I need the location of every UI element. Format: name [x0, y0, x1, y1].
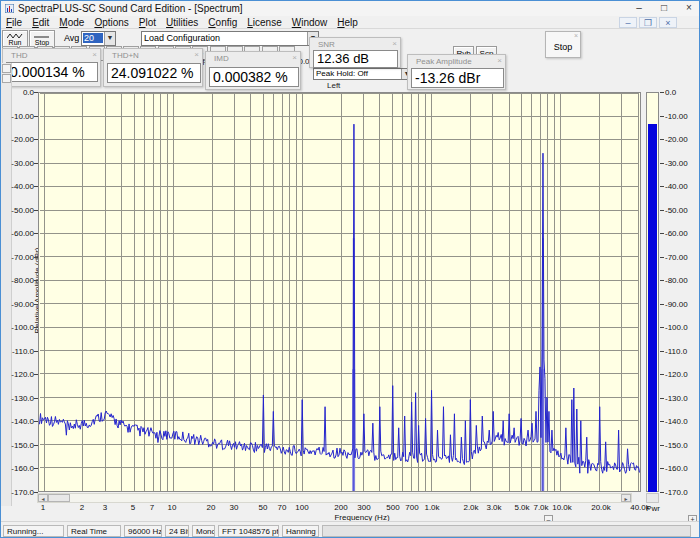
- close-icon[interactable]: ×: [574, 32, 578, 39]
- meter-tick-mark: [660, 445, 664, 446]
- mdi-restore-icon[interactable]: ❐: [639, 17, 657, 28]
- x-tick-label: 20.0k: [584, 503, 618, 512]
- y-tick-label: -100.0: [11, 323, 34, 332]
- chevron-down-icon[interactable]: ▼: [104, 32, 115, 45]
- meter-tick-mark: [660, 327, 664, 328]
- y-tick-mark: [34, 163, 38, 164]
- meter-tick-mark: [660, 280, 664, 281]
- close-icon[interactable]: ×: [194, 50, 199, 59]
- meter-tick-label: -60.00: [665, 229, 688, 238]
- menu-item-utilities[interactable]: Utilities: [161, 16, 203, 29]
- meter-tick-mark: [660, 139, 664, 140]
- thdn-panel: THD+N × 24.091022 %: [103, 48, 203, 87]
- meter-tick-label: 0.0: [665, 88, 676, 97]
- close-icon[interactable]: ×: [392, 39, 397, 48]
- input-level-bar: [322, 525, 691, 537]
- floating-stop-toolbar: × Stop: [545, 31, 581, 58]
- peak-hold-combo[interactable]: Peak Hold: Off ▼: [313, 68, 413, 80]
- thdn-value: 24.091022 %: [107, 63, 201, 83]
- y-tick-mark: [34, 233, 38, 234]
- menu-item-license[interactable]: License: [242, 16, 286, 29]
- y-tick-label: -80.00: [11, 276, 34, 285]
- imd-value: 0.000382 %: [209, 67, 299, 87]
- meter-tick-mark: [660, 421, 664, 422]
- minimize-icon[interactable]: –: [628, 1, 650, 15]
- x-tick-label: 1: [26, 503, 60, 512]
- meter-tick-label: -110.0: [665, 347, 687, 356]
- menu-item-window[interactable]: Window: [287, 16, 333, 29]
- menu-item-file[interactable]: File: [1, 16, 27, 29]
- y-tick-label: -160.0: [11, 464, 34, 473]
- x-tick-label: 100: [285, 503, 319, 512]
- menu-bar: FileEditModeOptionsPlotUtilitiesConfigLi…: [1, 16, 699, 29]
- menu-item-mode[interactable]: Mode: [54, 16, 89, 29]
- meter-tick-label: -120.0: [665, 370, 688, 379]
- close-icon[interactable]: ×: [497, 56, 502, 65]
- snr-title: SNR: [318, 40, 335, 49]
- power-meter: [646, 92, 659, 492]
- maximize-icon[interactable]: □: [653, 1, 675, 15]
- snr-value: 12.36 dB: [313, 50, 398, 68]
- y-tick-label: -150.0: [11, 441, 34, 450]
- dock-button[interactable]: [2, 64, 11, 73]
- menu-item-config[interactable]: Config: [203, 16, 242, 29]
- meter-tick-mark: [660, 492, 664, 493]
- y-tick-label: -70.00: [11, 253, 34, 262]
- y-tick-label: -110.0: [11, 347, 34, 356]
- menu-item-edit[interactable]: Edit: [27, 16, 54, 29]
- stop-button-label: Stop: [30, 39, 54, 46]
- imd-title: IMD: [214, 54, 229, 63]
- peak-amplitude-title: Peak Amplitude: [416, 57, 472, 66]
- scroll-right-icon[interactable]: ▸: [621, 494, 631, 502]
- x-tick-label: 10: [155, 503, 189, 512]
- status-bit-depth: 24 Bit: [165, 525, 189, 537]
- meter-tick-label: -70.00: [665, 253, 688, 262]
- y-tick-mark: [34, 374, 38, 375]
- y-tick-label: -40.00: [11, 182, 34, 191]
- y-tick-label: -50.00: [11, 206, 34, 215]
- load-configuration-combo[interactable]: Load Configuration ▼: [141, 31, 319, 46]
- y-tick-label: -60.00: [11, 229, 34, 238]
- mdi-minimize-icon[interactable]: –: [619, 17, 637, 28]
- status-sample-rate: 96000 Hz: [124, 525, 162, 537]
- status-channels: Mono: [192, 525, 215, 537]
- y-tick-mark: [34, 468, 38, 469]
- menu-item-plot[interactable]: Plot: [134, 16, 161, 29]
- x-tick-label: 1.0k: [415, 503, 449, 512]
- meter-tick-label: -160.0: [665, 464, 688, 473]
- x-tick-label: 10.0k: [545, 503, 579, 512]
- y-tick-mark: [34, 257, 38, 258]
- peak-amplitude-panel: Peak Amplitude × -13.26 dBr: [407, 54, 506, 90]
- meter-tick-label: -40.00: [665, 182, 688, 191]
- close-icon[interactable]: ×: [292, 53, 297, 62]
- y-tick-label: -170.0: [11, 488, 34, 497]
- y-tick-label: -20.00: [11, 135, 34, 144]
- spectrum-plot[interactable]: [38, 92, 641, 492]
- scroll-left-icon[interactable]: ◂: [38, 494, 48, 502]
- menu-item-help[interactable]: Help: [332, 16, 363, 29]
- mdi-close-icon[interactable]: ×: [659, 17, 677, 28]
- thd-panel: THD × 0.000134 %: [2, 48, 101, 87]
- y-tick-label: -10.00: [11, 112, 34, 121]
- scrollbar-thumb[interactable]: [48, 494, 70, 502]
- run-button-label: Run: [3, 39, 27, 46]
- floating-stop-button[interactable]: Stop: [546, 42, 580, 52]
- meter-tick-mark: [660, 116, 664, 117]
- close-icon[interactable]: ×: [92, 50, 97, 59]
- app-window: SpectraPLUS-SC Sound Card Edition - [Spe…: [0, 0, 700, 538]
- y-tick-mark: [34, 186, 38, 187]
- meter-tick-label: -100.0: [665, 323, 688, 332]
- plot-h-scrollbar: ◂ ▸: [37, 493, 632, 503]
- y-tick-mark: [34, 92, 38, 93]
- dock-button[interactable]: [2, 74, 11, 83]
- menu-item-options[interactable]: Options: [89, 16, 133, 29]
- channel-label: Left: [327, 81, 340, 90]
- meter-tick-label: -50.00: [665, 206, 688, 215]
- y-tick-label: -140.0: [11, 417, 34, 426]
- close-icon[interactable]: ×: [678, 1, 700, 15]
- y-tick-label: -30.00: [11, 159, 34, 168]
- avg-select[interactable]: 20 ▼: [81, 31, 116, 46]
- y-tick-mark: [34, 210, 38, 211]
- meter-tick-mark: [660, 351, 664, 352]
- avg-label: Avg: [64, 33, 79, 43]
